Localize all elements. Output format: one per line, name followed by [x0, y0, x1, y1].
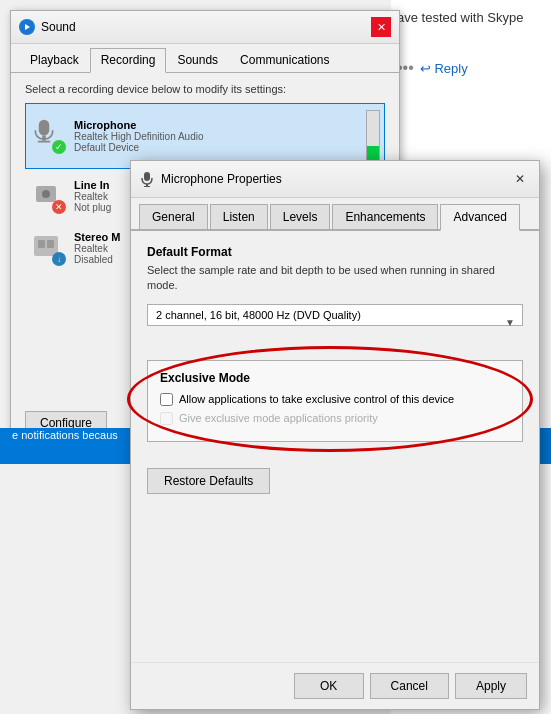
tab-communications[interactable]: Communications — [229, 48, 340, 72]
restore-defaults-button[interactable]: Restore Defaults — [147, 468, 270, 494]
web-reply[interactable]: Reply — [434, 61, 467, 76]
device-level-bar — [366, 110, 380, 162]
tab-enhancements[interactable]: Enhancements — [332, 204, 438, 229]
svg-point-6 — [42, 190, 50, 198]
ok-button[interactable]: OK — [294, 673, 364, 699]
mic-properties-dialog: Microphone Properties ✕ General Listen L… — [130, 160, 540, 710]
cancel-button[interactable]: Cancel — [370, 673, 449, 699]
exclusive-control-label[interactable]: Allow applications to take exclusive con… — [179, 393, 454, 405]
mic-close-button[interactable]: ✕ — [509, 168, 531, 190]
tab-playback[interactable]: Playback — [19, 48, 90, 72]
mic-dialog-content: Default Format Select the sample rate an… — [131, 231, 539, 508]
device-badge-green: ✓ — [52, 140, 66, 154]
mic-dialog-title: Microphone Properties — [161, 172, 282, 186]
tab-general[interactable]: General — [139, 204, 208, 229]
device-icon-linein: ✕ — [30, 178, 66, 214]
svg-rect-10 — [144, 172, 150, 181]
sound-tabs: Playback Recording Sounds Communications — [11, 44, 399, 73]
exclusive-priority-label: Give exclusive mode applications priorit… — [179, 412, 378, 424]
mic-title-group: Microphone Properties — [139, 171, 282, 187]
mic-dialog-footer: OK Cancel Apply — [131, 662, 539, 709]
exclusive-priority-checkbox — [160, 412, 173, 425]
tab-listen[interactable]: Listen — [210, 204, 268, 229]
svg-rect-4 — [38, 141, 50, 143]
tab-levels[interactable]: Levels — [270, 204, 331, 229]
sound-close-button[interactable]: ✕ — [371, 17, 391, 37]
web-text-1: ave tested with Skype — [397, 10, 523, 25]
mic-dialog-titlebar: Microphone Properties ✕ — [131, 161, 539, 198]
mic-app-icon — [139, 171, 155, 187]
tab-advanced[interactable]: Advanced — [440, 204, 519, 231]
format-select[interactable]: 2 channel, 16 bit, 44100 Hz (CD Quality)… — [147, 304, 523, 326]
svg-rect-9 — [47, 240, 54, 248]
device-badge-blue: ↓ — [52, 252, 66, 266]
exclusive-priority-row: Give exclusive mode applications priorit… — [160, 412, 510, 425]
format-select-wrapper: 2 channel, 16 bit, 44100 Hz (CD Quality)… — [147, 304, 523, 340]
svg-rect-12 — [144, 186, 150, 187]
device-icon-group: ✓ — [30, 118, 66, 154]
exclusive-mode-section: Exclusive Mode Allow applications to tak… — [147, 360, 523, 442]
sound-dialog-titlebar: Sound ✕ — [11, 11, 399, 44]
exclusive-control-checkbox[interactable] — [160, 393, 173, 406]
sound-title-group: Sound — [19, 19, 76, 35]
apply-button[interactable]: Apply — [455, 673, 527, 699]
tab-sounds[interactable]: Sounds — [166, 48, 229, 72]
device-info-microphone: Microphone Realtek High Definition Audio… — [74, 119, 362, 153]
notification-text: e notifications becaus — [0, 421, 130, 449]
sound-app-icon — [19, 19, 35, 35]
device-status-microphone: Default Device — [74, 142, 362, 153]
sound-dialog-title: Sound — [41, 20, 76, 34]
tab-recording[interactable]: Recording — [90, 48, 167, 73]
device-name-microphone: Microphone — [74, 119, 362, 131]
exclusive-mode-box: Exclusive Mode Allow applications to tak… — [147, 360, 523, 442]
svg-rect-8 — [38, 240, 45, 248]
exclusive-mode-title: Exclusive Mode — [160, 371, 510, 385]
default-format-desc: Select the sample rate and bit depth to … — [147, 263, 523, 294]
default-format-title: Default Format — [147, 245, 523, 259]
device-icon-stereo: ↓ — [30, 230, 66, 266]
sound-description: Select a recording device below to modif… — [25, 83, 385, 95]
exclusive-control-row: Allow applications to take exclusive con… — [160, 393, 510, 406]
mic-tabs: General Listen Levels Enhancements Advan… — [131, 198, 539, 231]
device-sub-microphone: Realtek High Definition Audio — [74, 131, 362, 142]
svg-rect-11 — [146, 184, 148, 186]
svg-rect-2 — [39, 120, 50, 136]
device-badge-red: ✕ — [52, 200, 66, 214]
